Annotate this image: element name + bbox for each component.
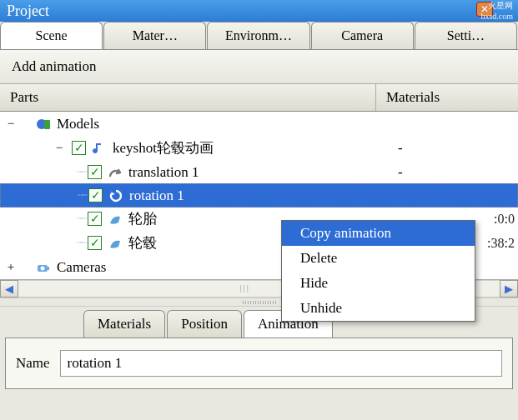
top-tabs: Scene Mater… Environm… Camera Setti… [0,22,518,50]
checkbox[interactable]: ✓ [88,212,102,226]
context-menu: Copy animation Delete Hide Unhide [281,220,475,322]
tree-row-rotation[interactable]: ┈┈ ✓ rotation 1 [0,183,518,208]
tree-row-keyshot[interactable]: − ✓ keyshot轮毂动画 - [0,136,518,160]
tab-settings[interactable]: Setti… [415,22,517,49]
column-materials: Materials [376,84,518,111]
tree-row-translation[interactable]: ┈┈ ✓ translation 1 - [0,160,518,184]
btab-position[interactable]: Position [167,310,242,338]
expand-icon[interactable]: + [5,260,17,274]
time-value: :0:0 [494,212,515,227]
svg-rect-1 [44,120,50,129]
name-input[interactable] [60,350,502,377]
context-hide[interactable]: Hide [282,271,475,296]
material-value: - [388,140,513,157]
context-copy-animation[interactable]: Copy animation [282,221,475,246]
models-icon [35,117,52,132]
scroll-right-icon[interactable]: ▶ [500,280,518,298]
checkbox[interactable]: ✓ [88,236,102,250]
checkbox[interactable]: ✓ [88,188,103,202]
part-icon [107,212,123,227]
tree-line: ┈┈ [77,237,85,249]
window-title: Project [7,2,49,20]
checkbox[interactable]: ✓ [88,165,102,179]
add-animation-button[interactable]: Add animation [0,50,518,84]
scroll-left-icon[interactable]: ◀ [0,280,18,298]
collapse-icon[interactable]: − [5,117,17,131]
title-bar: Project ✕ 火星网 hxsd.com [0,0,518,22]
music-icon [91,141,108,156]
tree-label: Models [57,116,513,132]
time-value: :38:2 [487,236,515,251]
camera-icon [35,260,52,275]
tab-camera[interactable]: Camera [311,22,414,49]
tree-row-models[interactable]: − Models [0,112,518,136]
tree-label: rotation 1 [129,188,512,204]
svg-rect-4 [47,267,49,270]
tree-label: translation 1 [128,164,388,181]
collapse-icon[interactable]: − [53,141,65,155]
tree-line: ┈┈ [78,189,86,202]
animation-panel: Name [5,338,513,389]
material-value: - [388,164,513,181]
context-delete[interactable]: Delete [282,246,475,271]
tree-label: keyshot轮毂动画 [113,138,388,158]
svg-point-3 [41,266,45,270]
tree-line: ┈┈ [77,212,85,225]
column-parts: Parts [0,84,376,111]
btab-materials[interactable]: Materials [83,310,165,338]
watermark: 火星网 hxsd.com [480,0,513,20]
rotation-icon [108,188,124,203]
context-unhide[interactable]: Unhide [282,296,475,321]
tree-line: ┈┈ [77,166,85,178]
tab-materials[interactable]: Mater… [103,22,206,49]
part-icon [107,236,123,251]
checkbox[interactable]: ✓ [72,141,86,155]
translation-icon [107,165,123,180]
tree-header: Parts Materials [0,84,518,112]
name-label: Name [16,355,50,372]
tab-scene[interactable]: Scene [0,22,103,49]
tab-environment[interactable]: Environm… [207,22,309,49]
